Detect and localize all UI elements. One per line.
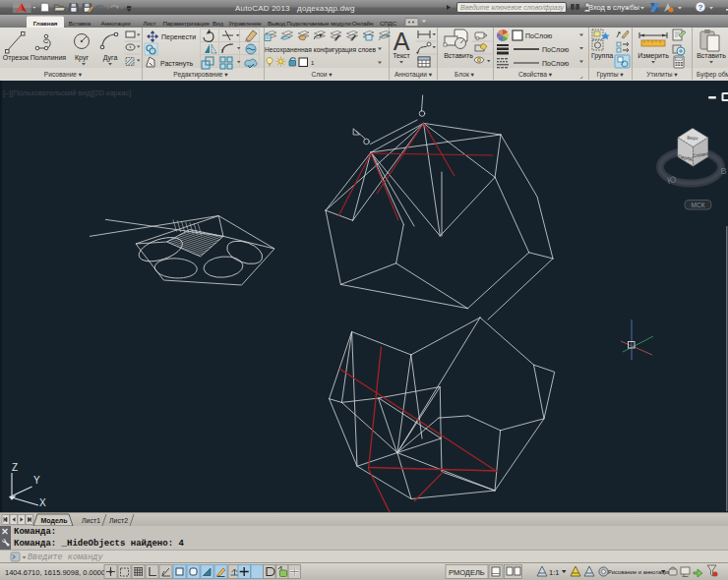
svg-text:Z: Z: [12, 462, 18, 473]
svg-text:Лист1: Лист1: [82, 517, 100, 524]
svg-text:Вид: Вид: [212, 20, 223, 27]
svg-text:Модель: Модель: [41, 517, 69, 525]
svg-text:Утилиты ▾: Утилиты ▾: [646, 71, 678, 78]
svg-text:Онлайн: Онлайн: [352, 20, 374, 27]
svg-text:Вставить: Вставить: [697, 52, 726, 59]
svg-text:Круг: Круг: [75, 54, 89, 62]
svg-text:ПоСлою: ПоСлою: [542, 46, 569, 53]
svg-text:Вывод: Вывод: [268, 20, 286, 27]
svg-text:Несохраненная конфигурация сло: Несохраненная конфигурация слоев: [265, 46, 376, 54]
svg-text:Перенести: Перенести: [161, 33, 196, 41]
svg-text:Параметризация: Параметризация: [162, 20, 209, 27]
svg-text:Вход в службы: Вход в службы: [588, 3, 639, 12]
svg-text:Блок ▾: Блок ▾: [455, 71, 475, 78]
svg-text:Рисование ▾: Рисование ▾: [44, 71, 83, 78]
svg-text:Дуга: Дуга: [103, 54, 118, 62]
svg-text:Лист2: Лист2: [109, 517, 128, 524]
svg-text:Текст: Текст: [393, 52, 410, 59]
svg-text:Растянуть: Растянуть: [160, 60, 193, 68]
svg-text:ПоСлою: ПоСлою: [542, 60, 569, 67]
svg-text:РМОДЕЛЬ: РМОДЕЛЬ: [449, 568, 485, 577]
svg-text:Свойства ▾: Свойства ▾: [518, 71, 553, 78]
svg-text:Аннотации: Аннотации: [100, 20, 131, 27]
svg-text:СПДС: СПДС: [380, 20, 397, 27]
svg-text:Вставка: Вставка: [69, 20, 91, 27]
svg-text:Аннотации ▾: Аннотации ▾: [394, 71, 433, 79]
svg-text:Полилиния: Полилиния: [30, 54, 67, 61]
svg-text:A: A: [394, 28, 410, 55]
svg-text:ПоСлою: ПоСлою: [525, 32, 552, 39]
svg-text:?: ?: [698, 3, 703, 12]
svg-text:⌟: ⌟: [580, 73, 583, 79]
svg-text:МСК: МСК: [692, 202, 705, 208]
svg-text:Лист: Лист: [143, 20, 155, 27]
svg-text:Подключаемые модули: Подключаемые модули: [286, 20, 351, 27]
svg-text:Группы ▾: Группы ▾: [596, 71, 624, 79]
svg-text:Измерить: Измерить: [637, 52, 669, 60]
svg-text:X: X: [39, 497, 46, 508]
svg-text:Y: Y: [33, 475, 40, 486]
svg-text:Рисование и аннотации: Рисование и аннотации: [608, 569, 671, 575]
svg-text:1:1: 1:1: [549, 568, 559, 577]
svg-text:Буфер обм: Буфер обм: [697, 71, 728, 79]
svg-text:Слои ▾: Слои ▾: [311, 71, 333, 78]
svg-text:Группа: Группа: [591, 52, 613, 60]
svg-text:Перед: Перед: [678, 153, 694, 161]
svg-text:Отрезок: Отрезок: [3, 54, 30, 62]
svg-text:Редактирование ▾: Редактирование ▾: [173, 71, 228, 79]
svg-text:1: 1: [311, 60, 315, 66]
svg-text:Главная: Главная: [33, 20, 58, 27]
svg-text:Верх: Верх: [687, 135, 698, 142]
svg-text:В: В: [721, 166, 727, 176]
svg-text:Управление: Управление: [228, 20, 262, 27]
svg-text:Вставить: Вставить: [444, 52, 473, 59]
